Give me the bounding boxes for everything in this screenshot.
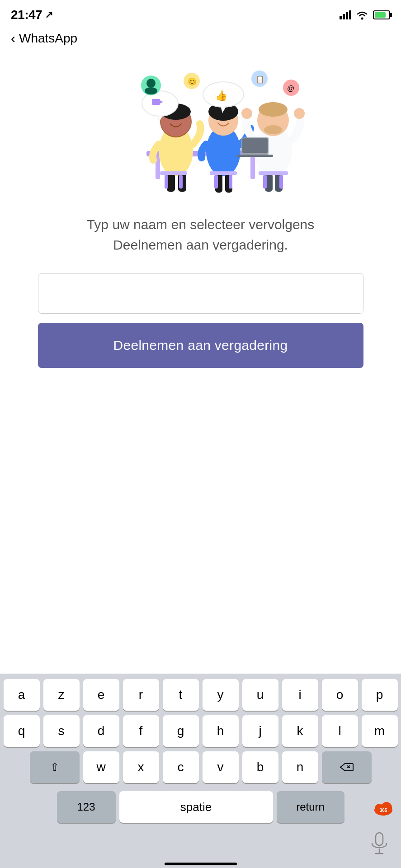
svg-rect-52 <box>376 833 383 845</box>
delete-key[interactable] <box>322 751 372 783</box>
numbers-key[interactable]: 123 <box>57 791 116 823</box>
office-badge: 365 <box>373 800 394 818</box>
svg-point-19 <box>264 125 282 134</box>
svg-rect-3 <box>250 156 255 179</box>
key-d[interactable]: d <box>83 715 119 747</box>
key-a[interactable]: a <box>4 679 40 711</box>
key-h[interactable]: h <box>203 715 239 747</box>
svg-text:📋: 📋 <box>255 75 264 84</box>
name-input[interactable] <box>38 273 363 314</box>
key-i[interactable]: i <box>282 679 318 711</box>
svg-text:👍: 👍 <box>215 90 228 102</box>
status-icons <box>340 10 390 20</box>
svg-rect-25 <box>242 138 268 153</box>
key-q[interactable]: q <box>4 715 40 747</box>
key-c[interactable]: c <box>163 751 199 783</box>
description-text: Typ uw naam en selecteer vervolgens Deel… <box>74 214 327 255</box>
svg-rect-46 <box>210 171 237 175</box>
shift-key[interactable]: ⇧ <box>30 751 80 783</box>
key-b[interactable]: b <box>242 751 278 783</box>
svg-point-20 <box>241 108 252 119</box>
location-arrow-icon: ↗ <box>45 9 53 21</box>
key-u[interactable]: u <box>242 679 278 711</box>
key-y[interactable]: y <box>203 679 239 711</box>
keyboard-row-2: q s d f g h j k l m <box>3 715 398 747</box>
key-e[interactable]: e <box>83 679 119 711</box>
back-button[interactable]: ‹ WhatsApp <box>11 31 77 46</box>
svg-point-35 <box>146 79 156 88</box>
keyboard: a z e r t y u i o p q s d f g h j k l m … <box>0 674 401 868</box>
key-p[interactable]: p <box>362 679 398 711</box>
key-x[interactable]: x <box>123 751 159 783</box>
space-key[interactable]: spatie <box>119 791 273 823</box>
key-j[interactable]: j <box>242 715 278 747</box>
svg-point-21 <box>294 108 305 119</box>
key-s[interactable]: s <box>43 715 80 747</box>
key-t[interactable]: t <box>163 679 199 711</box>
key-f[interactable]: f <box>123 715 159 747</box>
svg-text:@: @ <box>287 85 294 92</box>
key-v[interactable]: v <box>203 751 239 783</box>
svg-text:😊: 😊 <box>188 77 197 86</box>
whatsapp-back-label: WhatsApp <box>19 31 77 46</box>
home-indicator <box>165 863 237 865</box>
battery-icon <box>373 10 390 19</box>
wifi-icon <box>356 10 368 20</box>
svg-rect-43 <box>160 171 187 175</box>
svg-rect-31 <box>152 99 160 105</box>
key-g[interactable]: g <box>163 715 199 747</box>
keyboard-row-3: ⇧ w x c v b n <box>3 751 398 783</box>
status-bar: 21:47 ↗ <box>0 0 401 27</box>
svg-rect-44 <box>165 175 168 189</box>
join-meeting-button[interactable]: Deelnemen aan vergadering <box>38 323 363 368</box>
key-n[interactable]: n <box>282 751 318 783</box>
back-arrow-icon: ‹ <box>11 31 15 46</box>
svg-rect-48 <box>229 175 232 189</box>
key-o[interactable]: o <box>322 679 358 711</box>
meeting-illustration: 👍 😊 📋 @ <box>88 61 314 196</box>
svg-rect-47 <box>214 175 218 189</box>
svg-rect-50 <box>263 175 267 189</box>
svg-point-36 <box>145 87 157 94</box>
signal-icon <box>340 10 351 19</box>
svg-point-18 <box>259 102 288 117</box>
key-l[interactable]: l <box>322 715 358 747</box>
svg-rect-26 <box>237 155 273 157</box>
main-content: 👍 😊 📋 @ <box>0 52 401 368</box>
status-time: 21:47 <box>11 8 42 22</box>
svg-rect-51 <box>279 175 283 189</box>
return-key[interactable]: return <box>277 791 344 823</box>
nav-bar: ‹ WhatsApp <box>0 27 401 52</box>
keyboard-row-1: a z e r t y u i o p <box>3 679 398 711</box>
illustration-container: 👍 😊 📋 @ <box>18 61 383 196</box>
key-m[interactable]: m <box>362 715 398 747</box>
svg-text:365: 365 <box>380 808 387 813</box>
svg-rect-45 <box>179 175 183 189</box>
key-z[interactable]: z <box>43 679 80 711</box>
keyboard-row-4: 123 spatie return <box>3 788 398 832</box>
svg-rect-49 <box>259 171 288 175</box>
key-r[interactable]: r <box>123 679 159 711</box>
microphone-icon <box>369 832 389 856</box>
key-k[interactable]: k <box>282 715 318 747</box>
key-w[interactable]: w <box>83 751 119 783</box>
svg-point-0 <box>361 18 363 20</box>
